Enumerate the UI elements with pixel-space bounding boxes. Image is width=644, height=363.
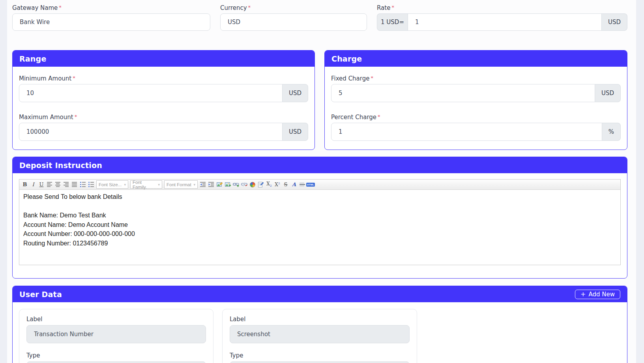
image-edit-button[interactable]: [215, 181, 223, 189]
unlink-icon: [241, 182, 247, 187]
required-asterisk: *: [73, 75, 75, 81]
fixed-charge-input[interactable]: [331, 84, 595, 102]
unlink-button[interactable]: [240, 181, 248, 189]
image-upload-button[interactable]: [224, 181, 232, 189]
horizontal-rule-icon: [300, 182, 305, 187]
user-data-header: User Data + Add New: [13, 286, 627, 302]
align-justify-button[interactable]: [71, 181, 79, 189]
range-card-body: Minimum Amount* USD Maximum Amount* USD: [13, 67, 315, 150]
editor-text-line: Please Send To below bank Details: [23, 192, 616, 202]
user-data-title: User Data: [19, 290, 62, 299]
charge-card-title: Charge: [331, 54, 362, 63]
bold-button[interactable]: B: [21, 181, 29, 189]
subscript-button[interactable]: X2: [265, 181, 273, 189]
item-type-input[interactable]: [230, 361, 410, 363]
editor-text-line: Account Name: Demo Account Name: [23, 220, 616, 230]
required-asterisk: *: [371, 75, 373, 81]
ordered-list-icon: [80, 182, 86, 187]
maximum-amount-field: Maximum Amount* USD: [19, 113, 308, 141]
editor-content[interactable]: Please Send To below bank Details Bank N…: [19, 190, 620, 265]
item-label-input[interactable]: [26, 325, 206, 343]
font-family-select[interactable]: Font Family.▾: [130, 180, 162, 189]
align-center-button[interactable]: [54, 181, 62, 189]
user-data-card: User Data + Add New Label Type Label Typ…: [12, 286, 627, 363]
font-color-button[interactable]: A: [290, 181, 298, 189]
strikethrough-icon: S: [284, 182, 288, 187]
horizontal-rule-button[interactable]: [298, 181, 306, 189]
percent-charge-label: Percent Charge*: [331, 113, 621, 120]
add-new-button[interactable]: + Add New: [575, 290, 620, 299]
currency-field: Currency*: [220, 4, 367, 31]
font-format-select[interactable]: Font Format▾: [164, 180, 198, 189]
link-icon: [233, 182, 239, 187]
editor-text-line: Account Number: 000-000-000-000-000: [23, 229, 616, 239]
required-asterisk: *: [248, 4, 251, 10]
italic-button[interactable]: I: [29, 181, 37, 189]
align-left-icon: [47, 182, 52, 187]
bold-icon: B: [23, 182, 27, 187]
rich-text-editor: B I U Font Size...▾ Font Family.▾ Font F…: [19, 179, 621, 265]
color-palette-button[interactable]: [249, 181, 256, 189]
required-asterisk: *: [378, 114, 380, 120]
minimum-amount-field: Minimum Amount* USD: [19, 75, 308, 102]
required-asterisk: *: [75, 114, 77, 120]
user-data-item: Label Type: [19, 309, 213, 363]
italic-icon: I: [32, 182, 34, 187]
underline-icon: U: [39, 182, 44, 187]
outdent-icon: [200, 182, 206, 187]
required-asterisk: *: [391, 4, 394, 10]
gateway-name-input[interactable]: [12, 13, 210, 31]
align-left-button[interactable]: [46, 181, 54, 189]
main-content: Gateway Name* Currency* Rate* 1 USD= USD: [7, 0, 636, 363]
outdent-button[interactable]: [199, 181, 207, 189]
rate-label: Rate*: [377, 4, 627, 11]
html-source-button[interactable]: HTML: [307, 181, 315, 189]
unordered-list-button[interactable]: [87, 181, 95, 189]
minimum-amount-input[interactable]: [19, 84, 283, 102]
color-palette-icon: [250, 182, 255, 187]
plus-icon: +: [580, 291, 586, 298]
chevron-down-icon: ▾: [158, 183, 160, 187]
charge-card-body: Fixed Charge* USD Percent Charge* %: [325, 67, 627, 150]
chevron-down-icon: ▾: [193, 183, 195, 187]
link-button[interactable]: [232, 181, 240, 189]
indent-button[interactable]: [207, 181, 215, 189]
deposit-instruction-title: Deposit Instruction: [19, 161, 102, 170]
editor-toolbar: B I U Font Size...▾ Font Family.▾ Font F…: [19, 180, 620, 190]
currency-input[interactable]: [220, 13, 367, 31]
align-justify-icon: [72, 182, 77, 187]
percent-charge-field: Percent Charge* %: [331, 113, 621, 141]
item-label-caption: Label: [230, 316, 410, 323]
gateway-name-field: Gateway Name*: [12, 4, 210, 31]
percent-charge-suffix-addon: %: [602, 123, 621, 141]
gateway-name-label: Gateway Name*: [12, 4, 210, 11]
page-edit-button[interactable]: [257, 181, 265, 189]
align-center-icon: [55, 182, 61, 187]
underline-button[interactable]: U: [37, 181, 45, 189]
indent-icon: [208, 182, 214, 187]
align-right-button[interactable]: [62, 181, 70, 189]
editor-text-line: [23, 202, 616, 211]
top-fields-row: Gateway Name* Currency* Rate* 1 USD= USD: [12, 4, 627, 31]
rate-field: Rate* 1 USD= USD: [377, 4, 627, 31]
range-charge-row: Range Minimum Amount* USD Maximum Amount…: [12, 50, 627, 150]
rate-input[interactable]: [408, 13, 602, 31]
font-size-select[interactable]: Font Size...▾: [96, 180, 128, 189]
chevron-down-icon: ▾: [124, 183, 126, 187]
ordered-list-button[interactable]: [79, 181, 87, 189]
user-data-item: Label Type: [222, 309, 417, 363]
item-type-input[interactable]: [26, 361, 206, 363]
unordered-list-icon: [88, 182, 94, 187]
percent-charge-input[interactable]: [331, 123, 602, 141]
item-label-input[interactable]: [230, 325, 410, 343]
range-card: Range Minimum Amount* USD Maximum Amount…: [12, 50, 315, 150]
maximum-amount-label: Maximum Amount*: [19, 113, 308, 120]
maximum-amount-input[interactable]: [19, 123, 283, 141]
font-color-icon: A: [292, 182, 296, 187]
strikethrough-button[interactable]: S: [282, 181, 290, 189]
deposit-instruction-body: B I U Font Size...▾ Font Family.▾ Font F…: [13, 173, 627, 278]
superscript-button[interactable]: X2: [273, 181, 281, 189]
html-source-icon: HTML: [306, 183, 315, 187]
minimum-amount-suffix-addon: USD: [283, 84, 308, 102]
charge-card: Charge Fixed Charge* USD Percent Charge*: [324, 50, 627, 150]
